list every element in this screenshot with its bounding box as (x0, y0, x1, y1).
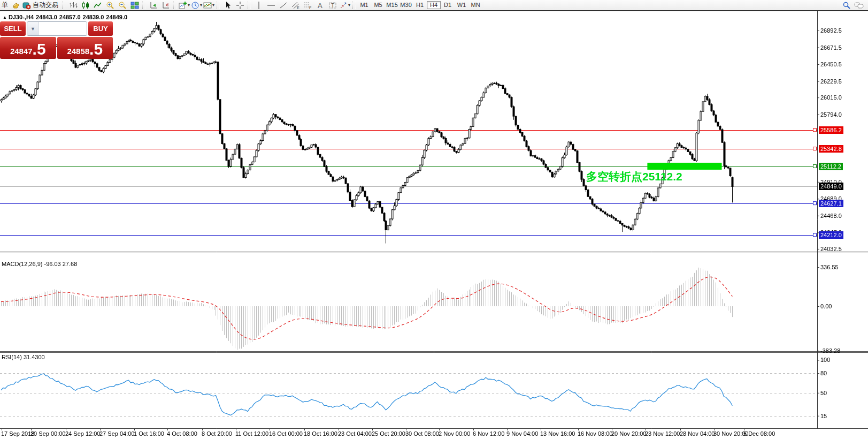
equidistant-channel-button[interactable]: E (289, 1, 302, 10)
time-axis-label: 23 Oct 04:00 (338, 430, 372, 437)
timeframe-button-W1[interactable]: W1 (455, 1, 468, 9)
timeframe-toolbar: M1M5M15M30H1H4D1W1MN (357, 1, 482, 9)
timeframe-button-H4[interactable]: H4 (427, 1, 441, 9)
timeframe-button-M30[interactable]: M30 (399, 1, 413, 9)
symbol-period: DJ30-,H4 (9, 14, 34, 20)
collapse-panel-icon[interactable]: ▲ (3, 15, 7, 20)
macd-axis-tick: -383.28 (820, 347, 840, 354)
sell-price-fraction: .5 (33, 41, 46, 57)
chat-button[interactable] (852, 1, 865, 10)
volume-stepper: ▼ ▲ (27, 21, 87, 36)
zoom-in-icon (106, 1, 114, 10)
chart-shift-icon (162, 1, 170, 10)
buy-price-button[interactable]: 24858.5 (57, 37, 113, 59)
ohlc-open: 24843.0 (36, 14, 57, 20)
price-badge: 25586.2 (819, 126, 843, 134)
buy-button[interactable]: BUY (88, 21, 113, 36)
time-axis-label: 1 Oct 16:00 (134, 430, 164, 437)
autotrading-icon (22, 1, 31, 10)
bar-chart-button[interactable] (67, 1, 79, 10)
timeframe-button-M1[interactable]: M1 (357, 1, 371, 9)
ohlc-high: 24857.0 (59, 14, 81, 20)
horizontal-line-button[interactable] (265, 1, 277, 10)
zoom-out-button[interactable] (116, 1, 128, 10)
main-toolbar: 单 自动交易 ▾ ▾ ▾ (0, 0, 868, 11)
price-badge: 24849.0 (819, 183, 843, 190)
time-axis-label: 6 Nov 12:00 (473, 430, 504, 437)
price-axis-tick: 25794.0 (820, 111, 842, 118)
arrows-button[interactable]: ▾ (339, 1, 351, 10)
candlestick-chart-button[interactable] (79, 1, 91, 10)
price-badge: 24212.0 (819, 231, 843, 239)
text-label-button[interactable]: T (326, 1, 339, 10)
templates-icon (203, 1, 212, 10)
templates-button[interactable]: ▾ (203, 1, 215, 10)
auto-scroll-button[interactable] (147, 1, 159, 10)
sell-button[interactable]: SELL (0, 21, 26, 36)
ohlc-low: 24839.0 (83, 14, 104, 20)
zoom-in-button[interactable] (104, 1, 116, 10)
line-chart-button[interactable] (91, 1, 104, 10)
cursor-icon (224, 1, 232, 10)
arrows-icon (339, 1, 348, 10)
time-axis-label: 28 Nov 04:00 (680, 430, 715, 437)
chart-shift-button[interactable] (159, 1, 172, 10)
periods-button[interactable]: ▾ (190, 1, 203, 10)
chart-annotation-text[interactable]: 多空转折点25112.2 (586, 169, 682, 184)
auto-scroll-icon (149, 1, 158, 10)
toolbar-gripper (62, 2, 65, 9)
toolbar-gripper (248, 2, 251, 9)
time-axis-label: 2 Nov 00:00 (439, 430, 470, 437)
volume-decrease-button[interactable]: ▼ (27, 22, 39, 35)
indicators-button[interactable]: ▾ (178, 1, 190, 10)
svg-text:E: E (297, 6, 299, 10)
volume-input[interactable] (39, 22, 87, 35)
price-axis-tick: 26892.5 (820, 27, 842, 34)
time-axis-label: 25 Oct 20:00 (372, 430, 405, 437)
text-button[interactable]: A (314, 1, 326, 10)
price-axis-tick: 26015.0 (820, 94, 842, 101)
time-axis-label: 24 Sep 12:00 (65, 430, 100, 437)
toolbar-gripper (142, 2, 145, 9)
periods-icon (191, 1, 199, 10)
timeframe-button-H1[interactable]: H1 (413, 1, 427, 9)
time-axis-label: 27 Sep 04:00 (99, 430, 134, 437)
chevron-down-icon: ▾ (188, 3, 190, 7)
timeframe-button-M5[interactable]: M5 (371, 1, 385, 9)
price-badge: 25342.8 (819, 145, 843, 153)
timeframe-button-D1[interactable]: D1 (441, 1, 455, 9)
timeframe-button-M15[interactable]: M15 (385, 1, 399, 9)
svg-text:F: F (309, 6, 311, 10)
price-chart-canvas[interactable] (0, 0, 868, 439)
text-label-icon: T (328, 1, 337, 10)
time-axis-label: 18 Oct 16:00 (304, 430, 337, 437)
rsi-indicator-label: RSI(14) 31.4300 (2, 354, 45, 360)
search-button[interactable] (840, 1, 852, 10)
candlestick-chart-icon (81, 1, 90, 10)
time-axis-label: 9 Nov 04:00 (506, 430, 538, 437)
sell-price-button[interactable]: 24847.5 (0, 37, 56, 59)
vertical-line-icon (255, 1, 263, 10)
order-menu-label[interactable]: 单 (2, 1, 8, 10)
svg-text:A: A (318, 2, 322, 10)
new-order-button[interactable] (10, 1, 22, 10)
price-badge: 24627.1 (819, 200, 843, 207)
trendline-button[interactable] (277, 1, 289, 10)
cursor-button[interactable] (221, 1, 234, 10)
text-icon: A (316, 1, 325, 10)
toolbar-gripper (217, 2, 220, 9)
fibonacci-button[interactable]: F (302, 1, 314, 10)
time-axis-label: 20 Nov 20:00 (611, 430, 646, 437)
crosshair-button[interactable] (234, 1, 246, 10)
time-axis-label: 4 Oct 08:00 (167, 430, 197, 437)
toolbar-gripper (173, 2, 176, 9)
tile-windows-button[interactable] (128, 1, 141, 10)
autotrading-button[interactable]: 自动交易 (22, 1, 60, 10)
mt4-terminal-window: { "toolbar": { "order_label": "单", "auto… (0, 0, 868, 439)
bar-chart-icon (69, 1, 78, 10)
timeframe-button-MN[interactable]: MN (468, 1, 482, 9)
one-click-trading-panel: SELL ▼ ▲ BUY 24847.5 24858.5 (0, 21, 113, 59)
price-axis-tick: 26450.5 (820, 61, 842, 67)
vertical-line-button[interactable] (252, 1, 265, 10)
chevron-down-icon: ▾ (348, 3, 350, 7)
